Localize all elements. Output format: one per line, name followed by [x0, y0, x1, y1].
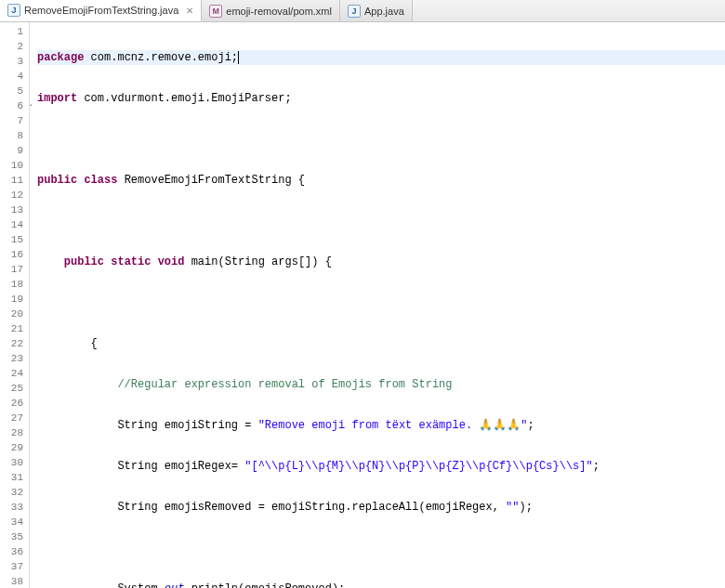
close-icon[interactable]: ✕	[186, 6, 193, 16]
line-number: 34	[0, 515, 29, 529]
code-area[interactable]: package com.mcnz.remove.emoji; import co…	[30, 22, 725, 588]
tab-label: RemoveEmojiFromTextString.java	[24, 5, 178, 16]
code-line: String emojiString = "Remove emoji from …	[37, 418, 725, 433]
code-line: public class RemoveEmojiFromTextString {	[37, 173, 725, 188]
code-line: package com.mcnz.remove.emoji;	[37, 50, 725, 65]
line-number: 10	[0, 158, 29, 173]
java-file-icon: J	[348, 5, 361, 18]
line-number: 33	[0, 500, 29, 515]
code-line: public static void main(String args[]) {	[37, 255, 725, 269]
code-line	[37, 541, 725, 555]
line-number: 19	[0, 292, 29, 307]
code-line: String emojisRemoved = emojiString.repla…	[37, 500, 725, 515]
line-number: 4	[0, 69, 29, 84]
line-number: 7	[0, 113, 29, 128]
line-number: 20	[0, 307, 29, 321]
line-number: 24	[0, 366, 29, 381]
line-number[interactable]: 6	[0, 98, 29, 113]
line-number: 8	[0, 128, 29, 143]
tab-label: App.java	[364, 6, 404, 17]
line-number: 26	[0, 396, 29, 411]
line-number: 9	[0, 143, 29, 158]
line-number: 37	[0, 559, 29, 574]
line-number: 2	[0, 39, 29, 54]
line-number: 36	[0, 544, 29, 559]
tab-file-3[interactable]: J App.java	[340, 0, 413, 21]
line-number: 27	[0, 411, 29, 425]
code-line: //Regular expression removal of Emojis f…	[37, 377, 725, 392]
line-number: 13	[0, 203, 29, 217]
code-line	[37, 295, 725, 310]
line-number: 35	[0, 529, 29, 544]
line-number: 31	[0, 470, 29, 485]
line-number: 12	[0, 188, 29, 203]
line-number: 29	[0, 440, 29, 455]
line-number: 21	[0, 321, 29, 336]
line-number: 11	[0, 173, 29, 188]
line-number: 3	[0, 54, 29, 69]
code-line: String emojiRegex= "[^\\p{L}\\p{M}\\p{N}…	[37, 459, 725, 474]
code-line: import com.vdurmont.emoji.EmojiParser;	[37, 91, 725, 106]
tab-file-2[interactable]: M emoji-removal/pom.xml	[202, 0, 340, 21]
java-file-icon: J	[7, 4, 20, 17]
code-line	[37, 214, 725, 229]
code-editor: 1 2 3 4 5 6 7 8 9 10 11 12 13 14 15 16 1…	[0, 22, 725, 588]
tab-file-1[interactable]: J RemoveEmojiFromTextString.java ✕	[0, 0, 202, 21]
maven-file-icon: M	[209, 5, 222, 18]
line-number: 22	[0, 336, 29, 351]
line-number: 18	[0, 277, 29, 292]
line-number: 28	[0, 425, 29, 440]
line-number: 16	[0, 247, 29, 262]
line-number: 5	[0, 84, 29, 98]
line-number: 38	[0, 574, 29, 588]
tab-label: emoji-removal/pom.xml	[226, 6, 332, 17]
line-number: 15	[0, 232, 29, 247]
line-number-gutter: 1 2 3 4 5 6 7 8 9 10 11 12 13 14 15 16 1…	[0, 22, 30, 588]
code-line: {	[37, 336, 725, 351]
line-number: 30	[0, 455, 29, 470]
code-line	[37, 132, 725, 147]
tab-bar: J RemoveEmojiFromTextString.java ✕ M emo…	[0, 0, 725, 22]
line-number: 25	[0, 381, 29, 396]
line-number: 14	[0, 217, 29, 232]
line-number: 23	[0, 351, 29, 366]
line-number: 32	[0, 485, 29, 500]
line-number: 1	[0, 24, 29, 39]
line-number: 17	[0, 262, 29, 277]
code-line: System.out.println(emojisRemoved);	[37, 581, 725, 588]
